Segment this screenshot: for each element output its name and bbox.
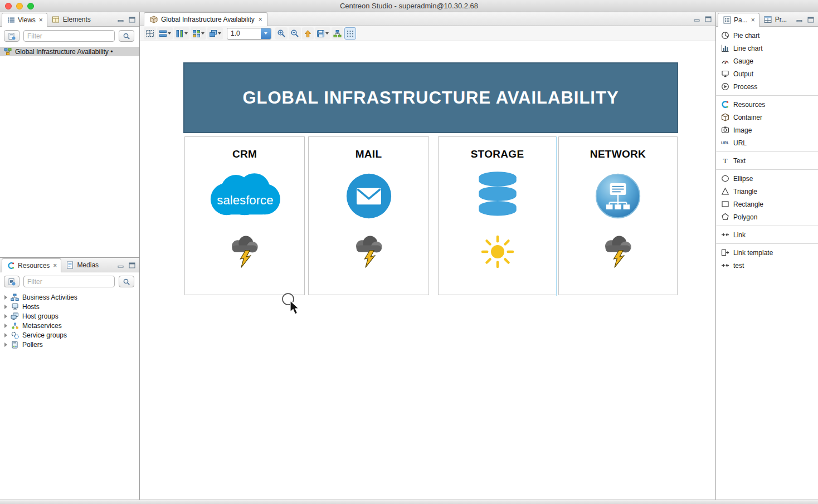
palette-item-line-chart[interactable]: Line chart [716,42,818,55]
tab-elements[interactable]: Elements [47,12,95,26]
palette-item-ellipse[interactable]: Ellipse [716,172,818,185]
tree-item-label: Hosts [22,303,40,311]
palette-item-rectangle[interactable]: Rectangle [716,198,818,211]
palette-item-test[interactable]: test [716,259,818,272]
zoom-out-button[interactable] [289,27,301,40]
align-rows-button[interactable] [157,27,173,40]
palette-item-resources[interactable]: Resources [716,98,818,111]
close-icon[interactable]: × [53,262,57,269]
chevron-down-icon [168,32,171,35]
maximize-button[interactable] [128,16,136,23]
palette-item-image[interactable]: Image [716,124,818,136]
tab-views[interactable]: Views × [2,13,47,27]
save-image-icon [317,30,325,38]
export-image-button[interactable] [315,27,330,40]
zoom-in-button[interactable] [275,27,288,40]
palette-item-label: Line chart [733,45,763,52]
chevron-down-icon [325,32,329,35]
tab-medias[interactable]: Medias [61,258,103,272]
outline-button[interactable] [332,27,343,40]
chevron-right-icon[interactable] [4,342,7,347]
palette-item-polygon[interactable]: Polygon [716,211,818,223]
diagram-canvas[interactable]: GLOBAL INFRASTRUCTURE AVAILABILITY CRM [140,41,715,500]
layout-grid-button[interactable] [191,27,206,40]
chevron-right-icon[interactable] [4,324,7,328]
tab-label: Views [18,16,36,24]
card-network[interactable]: NETWORK [558,136,678,295]
zoom-level-combo[interactable] [227,28,271,40]
tree-item-service-groups[interactable]: Service groups [0,330,139,340]
card-label: NETWORK [559,148,677,160]
views-filter-input[interactable] [23,30,115,42]
palette-item-link-template[interactable]: Link template [716,246,818,259]
palette-item-output[interactable]: Output [716,67,818,80]
maximize-button[interactable] [128,262,136,268]
chevron-down-icon [201,32,204,35]
maximize-button[interactable] [807,16,815,23]
minimize-window-button[interactable] [16,3,23,9]
card-storage[interactable]: STORAGE [438,136,557,295]
minimize-button[interactable] [117,16,125,23]
tab-resources[interactable]: Resources × [2,258,61,272]
zoom-dropdown-button[interactable] [261,28,271,40]
palette-item-link[interactable]: Link [716,228,818,241]
maximize-button[interactable] [704,16,712,22]
palette-item-label: Output [733,70,753,78]
layout-cascade-button[interactable] [207,27,223,40]
grid-toggle-button[interactable] [344,27,356,40]
tree-item-pollers[interactable]: Pollers [0,340,139,349]
tree-item-label: Host groups [22,312,59,320]
palette-item-pie-chart[interactable]: Pie chart [716,29,818,42]
close-icon[interactable]: × [259,16,262,23]
text-icon: T [720,156,730,165]
views-list-icon [6,16,16,24]
minimize-button[interactable] [117,262,125,268]
tab-palette[interactable]: Pa... × [718,13,759,27]
tab-properties[interactable]: Pr... [759,12,791,26]
chevron-right-icon[interactable] [4,305,7,309]
close-window-button[interactable] [5,3,12,9]
properties-table-icon [763,15,773,23]
new-view-button[interactable] [4,30,20,42]
palette-icon [722,16,732,24]
diagram-icon [3,47,12,56]
window-controls [5,3,34,9]
statusbar [0,500,818,504]
tab-label: Pr... [775,16,787,23]
chevron-right-icon[interactable] [4,314,7,319]
chevron-right-icon[interactable] [4,295,7,300]
align-columns-button[interactable] [174,27,189,40]
navigate-up-button[interactable] [302,27,314,40]
tree-item-business-activities[interactable]: Business Activities [0,292,139,302]
tree-item-host-groups[interactable]: Host groups [0,311,139,321]
editor-tab-gia[interactable]: Global Infrastructure Availability × [144,12,267,26]
palette-item-text[interactable]: T Text [716,154,818,167]
chevron-right-icon[interactable] [4,333,7,337]
tree-item-hosts[interactable]: Hosts [0,302,139,311]
card-mail[interactable]: MAIL [308,136,429,295]
resources-search-button[interactable] [119,276,134,287]
tree-item-view[interactable]: Global Infrastructure Availability • [0,47,139,56]
views-search-button[interactable] [119,30,134,42]
close-icon[interactable]: × [39,17,43,23]
palette-item-triangle[interactable]: Triangle [716,185,818,198]
select-tool-button[interactable] [144,27,156,40]
fullscreen-window-button[interactable] [27,3,34,9]
new-resource-button[interactable] [4,276,20,287]
palette-item-gauge[interactable]: Gauge [716,55,818,67]
card-label: MAIL [309,148,429,160]
zoom-level-input[interactable] [227,28,261,39]
card-crm[interactable]: CRM salesforce [184,136,305,295]
minimize-button[interactable] [693,16,701,22]
palette-item-url[interactable]: URL URL [716,136,818,149]
snap-guide-line [556,136,557,296]
resources-filter-input[interactable] [23,276,115,287]
media-document-icon [65,261,75,269]
tree-item-metaservices[interactable]: Metaservices [0,321,139,330]
palette-item-container[interactable]: Container [716,111,818,124]
palette-item-process[interactable]: Process [716,80,818,93]
resources-toolbar [0,272,139,291]
diagram-title-box[interactable]: GLOBAL INFRASTRUCTURE AVAILABILITY [183,62,678,133]
minimize-button[interactable] [796,16,804,23]
close-icon[interactable]: × [751,17,755,23]
